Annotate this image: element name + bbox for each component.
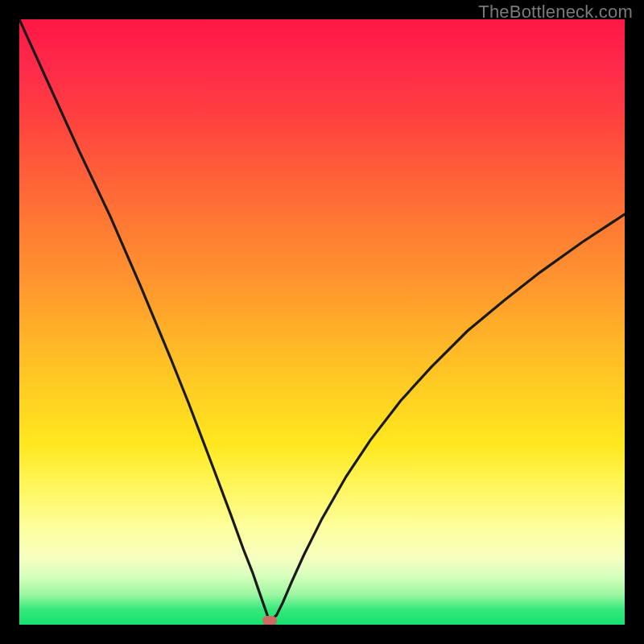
chart-frame: TheBottleneck.com bbox=[0, 0, 644, 644]
plot-area bbox=[19, 19, 625, 625]
watermark-text: TheBottleneck.com bbox=[478, 2, 633, 23]
bottleneck-curve bbox=[19, 19, 625, 621]
minimum-marker bbox=[262, 616, 277, 625]
curve-svg bbox=[19, 19, 625, 625]
